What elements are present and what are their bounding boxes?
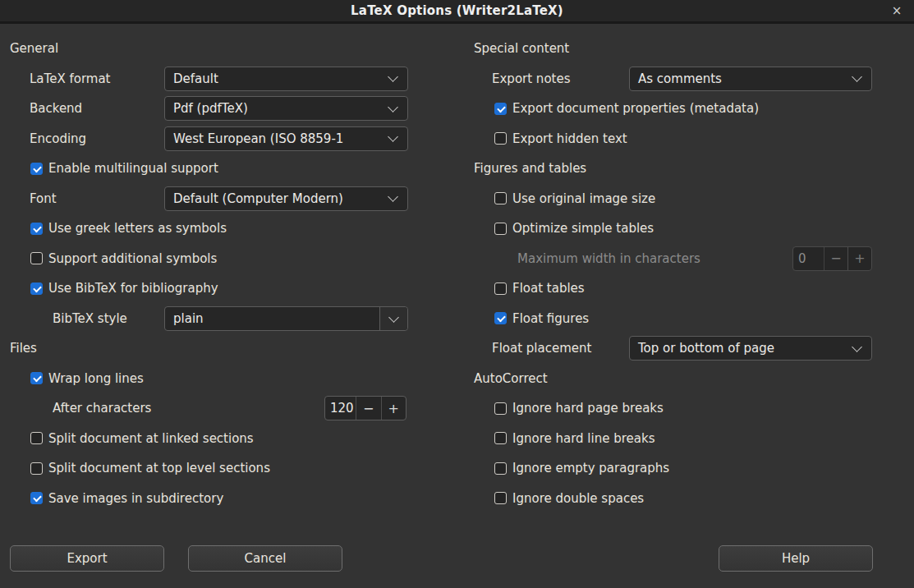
spinner-increment-button[interactable]: + [382, 397, 406, 420]
help-button[interactable]: Help [719, 545, 873, 572]
ignore-hard-line-breaks-checkbox[interactable] [494, 432, 507, 444]
ignore-line-breaks-checkbox-group[interactable]: Ignore hard line breaks [494, 431, 654, 446]
chevron-down-icon [388, 71, 398, 82]
ignore-empty-paragraphs-checkbox-group[interactable]: Ignore empty paragraphs [494, 461, 669, 475]
section-header-general: General [10, 41, 58, 56]
checkbox-label[interactable]: Optimize simple tables [512, 221, 654, 236]
ignore-page-breaks-checkbox-group[interactable]: Ignore hard page breaks [494, 401, 664, 416]
checkbox-label[interactable]: Export document properties (metadata) [512, 101, 759, 116]
float-placement-row: Float placement Top or bottom of page [457, 333, 914, 364]
multilingual-checkbox-group[interactable]: Enable multilingual support [30, 161, 218, 176]
export-notes-select[interactable]: As comments [629, 67, 872, 91]
split-linked-sections-checkbox[interactable] [30, 432, 43, 444]
after-characters-row: After characters 120 − + [0, 393, 457, 424]
checkbox-label[interactable]: Save images in subdirectory [48, 491, 223, 506]
max-width-spinner: 0 − + [792, 246, 872, 271]
greek-letters-checkbox-group[interactable]: Use greek letters as symbols [30, 221, 227, 236]
save-images-subdirectory-checkbox[interactable] [30, 492, 43, 504]
float-tables-row: Float tables [457, 273, 914, 304]
export-document-properties-checkbox[interactable] [494, 103, 507, 115]
checkbox-label[interactable]: Ignore double spaces [512, 491, 644, 506]
backend-select[interactable]: Pdf (pdfTeX) [164, 96, 408, 121]
float-figures-row: Float figures [457, 304, 914, 334]
export-metadata-checkbox-group[interactable]: Export document properties (metadata) [494, 101, 759, 116]
save-images-checkbox-group[interactable]: Save images in subdirectory [30, 491, 223, 506]
checkbox-label[interactable]: Ignore empty paragraphs [512, 461, 669, 475]
checkbox-label[interactable]: Use BibTeX for bibliography [48, 281, 218, 296]
cancel-button[interactable]: Cancel [188, 545, 342, 572]
split-toplevel-checkbox-group[interactable]: Split document at top level sections [30, 461, 270, 475]
spinner-increment-button: + [848, 247, 871, 270]
font-row: Font Default (Computer Modern) [0, 184, 457, 214]
wrap-long-lines-checkbox[interactable] [30, 372, 43, 384]
after-characters-spinner[interactable]: 120 − + [324, 396, 406, 420]
support-additional-symbols-checkbox[interactable] [30, 252, 43, 264]
latex-format-select[interactable]: Default [164, 67, 408, 91]
checkbox-label[interactable]: Split document at linked sections [48, 431, 254, 446]
save-images-row: Save images in subdirectory [0, 484, 457, 514]
spinner-decrement-button: − [824, 247, 848, 270]
right-column: Special content Export notes As comments… [457, 34, 914, 513]
checkbox-label[interactable]: Ignore hard page breaks [512, 401, 664, 416]
checkbox-label[interactable]: Enable multilingual support [48, 161, 218, 176]
optimize-simple-tables-checkbox[interactable] [494, 223, 507, 235]
wrap-lines-checkbox-group[interactable]: Wrap long lines [30, 371, 144, 386]
cancel-button-label: Cancel [245, 551, 287, 566]
float-figures-checkbox[interactable] [494, 312, 507, 324]
ignore-double-spaces-row: Ignore double spaces [457, 484, 914, 514]
export-hidden-text-row: Export hidden text [457, 124, 914, 154]
export-notes-value: As comments [630, 71, 848, 86]
spinner-decrement-button[interactable]: − [356, 397, 382, 420]
backend-value: Pdf (pdfTeX) [165, 101, 384, 116]
wrap-lines-row: Wrap long lines [0, 364, 457, 394]
use-greek-letters-checkbox[interactable] [30, 223, 43, 235]
original-image-size-row: Use original image size [457, 184, 914, 214]
export-hidden-text-checkbox-group[interactable]: Export hidden text [494, 131, 627, 146]
checkbox-label[interactable]: Use original image size [512, 191, 655, 206]
font-select[interactable]: Default (Computer Modern) [164, 186, 408, 211]
float-placement-label: Float placement [492, 341, 591, 356]
checkbox-label[interactable]: Export hidden text [512, 131, 627, 146]
ignore-double-spaces-checkbox-group[interactable]: Ignore double spaces [494, 491, 644, 506]
encoding-select[interactable]: West European (ISO 8859-1 [164, 126, 408, 151]
greek-letters-row: Use greek letters as symbols [0, 214, 457, 244]
enable-multilingual-support-checkbox[interactable] [30, 163, 43, 175]
checkbox-label[interactable]: Wrap long lines [48, 371, 144, 386]
split-linked-checkbox-group[interactable]: Split document at linked sections [30, 431, 254, 446]
ignore-empty-paragraphs-checkbox[interactable] [494, 462, 507, 475]
use-original-image-size-checkbox[interactable] [494, 192, 507, 204]
additional-symbols-checkbox-group[interactable]: Support additional symbols [30, 251, 217, 266]
checkbox-label[interactable]: Float tables [512, 281, 585, 296]
float-figures-checkbox-group[interactable]: Float figures [494, 311, 589, 326]
encoding-label: Encoding [30, 131, 86, 146]
close-icon[interactable]: × [888, 0, 906, 21]
ignore-double-spaces-checkbox[interactable] [494, 492, 507, 504]
optimize-tables-checkbox-group[interactable]: Optimize simple tables [494, 221, 654, 236]
bibtex-style-label: BibTeX style [53, 311, 127, 326]
export-hidden-text-checkbox[interactable] [494, 132, 507, 145]
float-placement-select[interactable]: Top or bottom of page [629, 336, 872, 361]
checkbox-label[interactable]: Split document at top level sections [48, 461, 270, 475]
float-tables-checkbox-group[interactable]: Float tables [494, 281, 585, 296]
bibtex-style-combobox[interactable]: plain [164, 306, 408, 331]
checkbox-label[interactable]: Support additional symbols [48, 251, 217, 266]
bibtex-checkbox-group[interactable]: Use BibTeX for bibliography [30, 281, 218, 296]
combobox-dropdown-button[interactable] [379, 307, 407, 330]
bibtex-style-value[interactable]: plain [165, 311, 379, 326]
original-image-size-checkbox-group[interactable]: Use original image size [494, 191, 655, 206]
checkbox-label[interactable]: Float figures [512, 311, 589, 326]
use-bibtex-checkbox[interactable] [30, 283, 43, 295]
ignore-line-breaks-row: Ignore hard line breaks [457, 424, 914, 454]
export-button-label: Export [67, 551, 107, 566]
export-notes-row: Export notes As comments [457, 64, 914, 94]
export-button[interactable]: Export [10, 545, 164, 572]
latex-format-value: Default [165, 71, 384, 86]
split-top-level-sections-checkbox[interactable] [30, 462, 43, 475]
chevron-down-icon [388, 312, 399, 323]
spinner-value[interactable]: 120 [325, 397, 356, 420]
chevron-down-icon [388, 131, 398, 142]
checkbox-label[interactable]: Use greek letters as symbols [48, 221, 227, 236]
ignore-hard-page-breaks-checkbox[interactable] [494, 402, 507, 415]
checkbox-label[interactable]: Ignore hard line breaks [512, 431, 654, 446]
float-tables-checkbox[interactable] [494, 283, 507, 295]
